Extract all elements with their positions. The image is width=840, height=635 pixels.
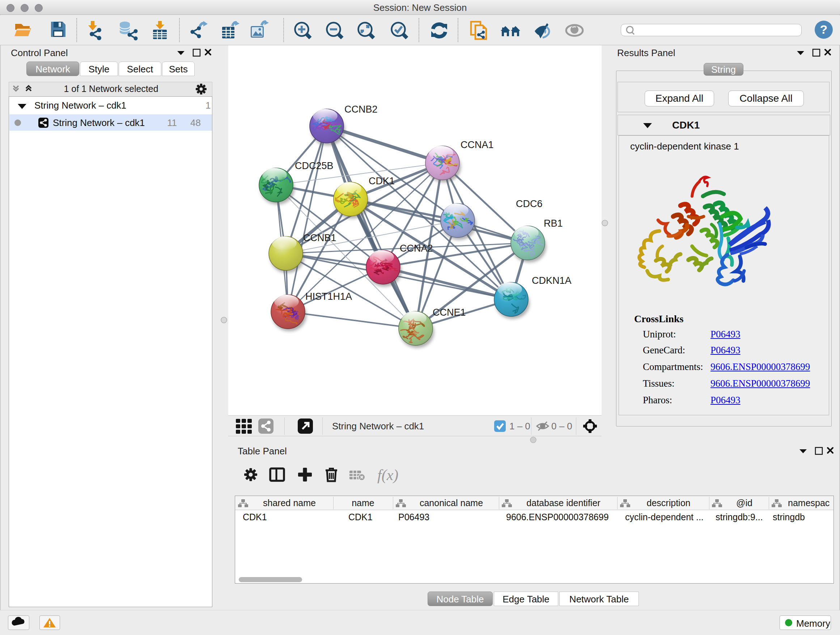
svg-text:CDC6: CDC6 bbox=[516, 198, 543, 209]
svg-text:RB1: RB1 bbox=[544, 218, 563, 229]
svg-text:CCNA1: CCNA1 bbox=[461, 139, 494, 150]
svg-text:CCNE1: CCNE1 bbox=[433, 307, 466, 318]
svg-text:CCNB1: CCNB1 bbox=[303, 233, 336, 243]
svg-text:?: ? bbox=[820, 22, 828, 36]
svg-text:HIST1H1A: HIST1H1A bbox=[305, 291, 352, 302]
svg-text:CCNA2: CCNA2 bbox=[400, 243, 433, 254]
svg-text:CCNB2: CCNB2 bbox=[344, 104, 378, 115]
svg-text:CDKN1A: CDKN1A bbox=[532, 275, 572, 286]
svg-text:CDC25B: CDC25B bbox=[295, 160, 333, 171]
svg-text:f(x): f(x) bbox=[377, 467, 398, 484]
svg-text:CDK1: CDK1 bbox=[369, 176, 395, 187]
svg-text:1 of 1 Network selected: 1 of 1 Network selected bbox=[64, 84, 158, 94]
